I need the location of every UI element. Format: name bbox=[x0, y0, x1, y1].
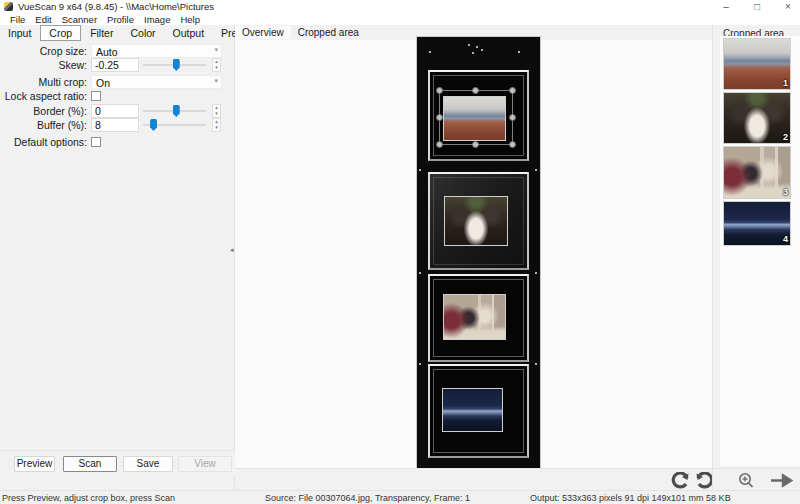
skew-slider[interactable] bbox=[143, 58, 206, 72]
crop-handle-middle-left[interactable] bbox=[436, 114, 443, 121]
lock-aspect-label: Lock aspect ratio: bbox=[0, 90, 87, 102]
skew-slider-thumb[interactable] bbox=[173, 59, 180, 71]
vuescan-app-icon bbox=[4, 2, 13, 11]
settings-panel: Input Crop Filter Color Output Prefs Cro… bbox=[0, 25, 235, 490]
action-button-bar: Preview Scan Save View bbox=[0, 450, 235, 476]
thumbnail-number: 1 bbox=[783, 78, 788, 88]
tab-cropped-area[interactable]: Cropped area bbox=[291, 26, 366, 39]
lock-aspect-row: Lock aspect ratio: bbox=[0, 89, 235, 103]
menu-bar: File Edit Scanner Profile Image Help bbox=[0, 13, 800, 25]
crop-handle-bottom-middle[interactable] bbox=[472, 141, 479, 148]
preview-button[interactable]: Preview bbox=[14, 456, 55, 472]
thumbnail-list[interactable]: 1 2 3 4 bbox=[720, 36, 800, 466]
crop-handle-bottom-right[interactable] bbox=[509, 141, 516, 148]
menu-profile[interactable]: Profile bbox=[102, 14, 139, 25]
default-options-row: Default options: bbox=[0, 135, 235, 149]
tab-crop[interactable]: Crop bbox=[40, 25, 81, 41]
rotate-counterclockwise-icon[interactable] bbox=[670, 472, 692, 489]
default-options-label: Default options: bbox=[0, 136, 87, 148]
border-label: Border (%): bbox=[0, 105, 87, 117]
border-row: Border (%): ▴ ▾ bbox=[0, 104, 235, 118]
multi-crop-row: Multi crop: On ▾ bbox=[0, 75, 235, 89]
chevron-down-icon: ▾ bbox=[214, 77, 218, 85]
film-speck bbox=[535, 169, 537, 171]
lock-aspect-checkbox[interactable] bbox=[91, 91, 101, 101]
right-toolbar bbox=[713, 468, 800, 490]
thumbnail-2[interactable]: 2 bbox=[723, 92, 791, 144]
scan-preview-area[interactable] bbox=[235, 40, 712, 468]
slide-photo-3[interactable] bbox=[443, 294, 506, 340]
film-speck bbox=[419, 363, 421, 365]
zoom-in-icon[interactable] bbox=[737, 472, 756, 489]
skew-label: Skew: bbox=[0, 59, 87, 71]
slide-photo-2[interactable] bbox=[444, 196, 508, 246]
film-speck bbox=[419, 272, 421, 274]
menu-help[interactable]: Help bbox=[175, 14, 205, 25]
default-options-checkbox[interactable] bbox=[91, 137, 101, 147]
slide-photo-4[interactable] bbox=[442, 388, 503, 432]
film-speck bbox=[468, 44, 470, 46]
spin-down-icon[interactable]: ▾ bbox=[213, 65, 220, 71]
film-speck bbox=[429, 51, 431, 53]
collapse-left-panel-arrow[interactable]: ◂ bbox=[230, 246, 234, 254]
vuescan-window: VueScan 9 x64 (9.8.45) - \\Mac\Home\Pict… bbox=[0, 0, 800, 504]
crop-handle-middle-right[interactable] bbox=[509, 114, 516, 121]
menu-edit[interactable]: Edit bbox=[30, 14, 56, 25]
film-speck bbox=[518, 51, 520, 53]
thumbnail-number: 3 bbox=[783, 187, 788, 197]
crop-size-label: Crop size: bbox=[0, 45, 87, 57]
view-button[interactable]: View bbox=[178, 456, 232, 472]
tab-filter[interactable]: Filter bbox=[82, 26, 121, 40]
spin-down-icon[interactable]: ▾ bbox=[213, 111, 220, 117]
buffer-label: Buffer (%): bbox=[0, 119, 87, 131]
maximize-button[interactable]: □ bbox=[751, 0, 763, 13]
border-slider[interactable] bbox=[143, 104, 206, 118]
preview-toolbar bbox=[235, 468, 712, 490]
status-source: Source: File 00307064.jpg, Transparency,… bbox=[265, 493, 470, 503]
next-frame-arrow-icon[interactable] bbox=[769, 472, 793, 489]
crop-handle-top-middle[interactable] bbox=[472, 87, 479, 94]
menu-scanner[interactable]: Scanner bbox=[57, 14, 102, 25]
menu-file[interactable]: File bbox=[5, 14, 30, 25]
skew-input[interactable] bbox=[91, 58, 139, 72]
tab-color[interactable]: Color bbox=[122, 26, 163, 40]
thumbnail-1[interactable]: 1 bbox=[723, 38, 791, 90]
film-speck bbox=[535, 272, 537, 274]
crop-handle-top-left[interactable] bbox=[436, 87, 443, 94]
option-tab-strip: Input Crop Filter Color Output Prefs bbox=[0, 25, 235, 41]
buffer-slider[interactable] bbox=[143, 118, 206, 132]
border-spinner[interactable]: ▴ ▾ bbox=[212, 104, 221, 118]
spin-down-icon[interactable]: ▾ bbox=[213, 125, 220, 131]
status-hint: Press Preview, adjust crop box, press Sc… bbox=[2, 493, 175, 503]
scan-button[interactable]: Scan bbox=[63, 456, 117, 472]
crop-box[interactable] bbox=[439, 90, 513, 145]
tab-output[interactable]: Output bbox=[165, 26, 213, 40]
film-strip[interactable] bbox=[417, 37, 540, 468]
minimize-button[interactable]: – bbox=[720, 0, 732, 13]
thumbnail-4[interactable]: 4 bbox=[723, 201, 791, 246]
crop-handle-bottom-left[interactable] bbox=[436, 141, 443, 148]
chevron-down-icon: ▾ bbox=[214, 46, 218, 54]
buffer-input[interactable] bbox=[91, 118, 139, 132]
tab-overview[interactable]: Overview bbox=[235, 26, 291, 39]
status-bar: Press Preview, adjust crop box, press Sc… bbox=[0, 490, 800, 504]
border-slider-thumb[interactable] bbox=[173, 105, 180, 117]
tab-input[interactable]: Input bbox=[0, 26, 39, 40]
preview-pane: Overview Cropped area bbox=[235, 25, 712, 490]
film-speck bbox=[535, 363, 537, 365]
buffer-slider-thumb[interactable] bbox=[150, 119, 157, 131]
menu-image[interactable]: Image bbox=[139, 14, 175, 25]
crop-handle-top-right[interactable] bbox=[509, 87, 516, 94]
border-input[interactable] bbox=[91, 104, 139, 118]
save-button[interactable]: Save bbox=[123, 456, 173, 472]
crop-size-dropdown[interactable]: Auto ▾ bbox=[91, 44, 222, 58]
thumbnail-3[interactable]: 3 bbox=[723, 146, 791, 199]
multi-crop-dropdown[interactable]: On ▾ bbox=[91, 75, 222, 89]
skew-row: Skew: ▴ ▾ bbox=[0, 58, 235, 72]
buffer-spinner[interactable]: ▴ ▾ bbox=[212, 118, 221, 132]
buffer-row: Buffer (%): ▴ ▾ bbox=[0, 118, 235, 132]
multi-crop-value: On bbox=[96, 77, 110, 89]
film-speck bbox=[476, 46, 478, 48]
skew-spinner[interactable]: ▴ ▾ bbox=[212, 58, 221, 72]
close-button[interactable]: × bbox=[782, 0, 794, 13]
